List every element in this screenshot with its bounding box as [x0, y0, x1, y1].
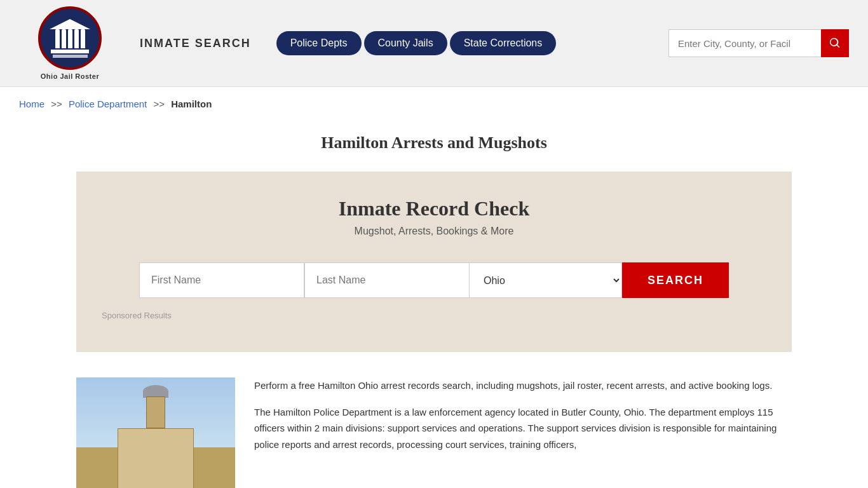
nav-state-corrections[interactable]: State Corrections	[450, 31, 557, 55]
steps-icon	[53, 55, 88, 58]
content-paragraph-2: The Hamilton Police Department is a law …	[254, 404, 792, 453]
breadcrumb: Home >> Police Department >> Hamilton	[0, 87, 868, 121]
roof-icon	[50, 19, 90, 29]
header-search-input[interactable]	[668, 29, 821, 57]
main-nav: Police Depts County Jails State Correcti…	[276, 31, 557, 55]
site-logo-text: Ohio Jail Roster	[41, 72, 99, 80]
nav-police-depts[interactable]: Police Depts	[276, 31, 362, 55]
breadcrumb-home[interactable]: Home	[19, 98, 44, 109]
logo-area[interactable]: Ohio Jail Roster	[19, 6, 121, 80]
building-icon	[50, 19, 90, 58]
last-name-input[interactable]	[304, 262, 470, 298]
dome-shape	[143, 385, 168, 398]
record-search-button[interactable]: SEARCH	[622, 262, 729, 298]
content-text: Perform a free Hamilton Ohio arrest reco…	[254, 377, 792, 488]
base-icon	[51, 50, 89, 53]
record-card-title: Inmate Record Check	[102, 197, 766, 220]
page-title-section: Hamilton Arrests and Mugshots	[0, 121, 868, 172]
record-card-subtitle: Mugshot, Arrests, Bookings & More	[102, 226, 766, 237]
first-name-input[interactable]	[139, 262, 304, 298]
sponsored-label: Sponsored Results	[102, 311, 766, 320]
state-select[interactable]: Ohio Alabama Alaska Arizona California F…	[470, 262, 622, 298]
header-search	[668, 29, 849, 57]
site-nav-label: INMATE SEARCH	[140, 37, 251, 50]
header-search-button[interactable]	[821, 29, 849, 57]
breadcrumb-sep1: >>	[51, 98, 62, 109]
nav-county-jails[interactable]: County Jails	[364, 31, 447, 55]
building-shape	[118, 428, 194, 488]
page-title: Hamilton Arrests and Mugshots	[19, 133, 849, 152]
record-card: Inmate Record Check Mugshot, Arrests, Bo…	[76, 172, 792, 352]
breadcrumb-sep2: >>	[153, 98, 165, 109]
site-header: Ohio Jail Roster INMATE SEARCH Police De…	[0, 0, 868, 87]
breadcrumb-police-dept[interactable]: Police Department	[69, 98, 147, 109]
tower-shape	[146, 396, 165, 428]
breadcrumb-current: Hamilton	[171, 98, 212, 109]
content-paragraph-1: Perform a free Hamilton Ohio arrest reco…	[254, 377, 792, 394]
record-form: Ohio Alabama Alaska Arizona California F…	[102, 262, 766, 298]
content-section: Perform a free Hamilton Ohio arrest reco…	[0, 377, 868, 488]
building-image	[76, 377, 235, 488]
columns-icon	[55, 29, 85, 48]
search-icon	[829, 37, 841, 50]
logo-icon	[38, 6, 102, 70]
